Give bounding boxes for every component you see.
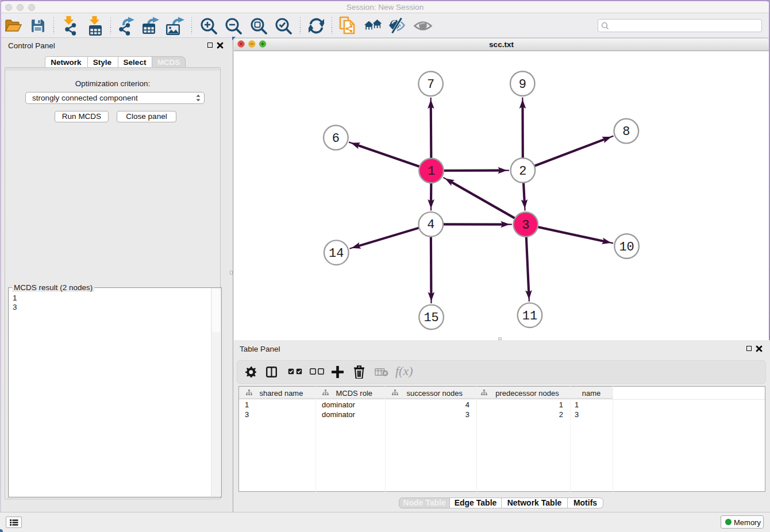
svg-text:9: 9: [519, 78, 526, 92]
svg-text:6: 6: [332, 132, 340, 146]
svg-text:8: 8: [622, 125, 630, 139]
svg-text:3: 3: [522, 218, 529, 233]
svg-text:15: 15: [424, 311, 438, 325]
svg-text:2: 2: [519, 164, 526, 179]
svg-text:4: 4: [427, 218, 434, 232]
svg-text:1: 1: [428, 164, 435, 179]
svg-text:11: 11: [522, 309, 537, 323]
svg-text:14: 14: [329, 246, 344, 261]
svg-text:10: 10: [619, 240, 634, 255]
svg-text:7: 7: [427, 78, 434, 92]
